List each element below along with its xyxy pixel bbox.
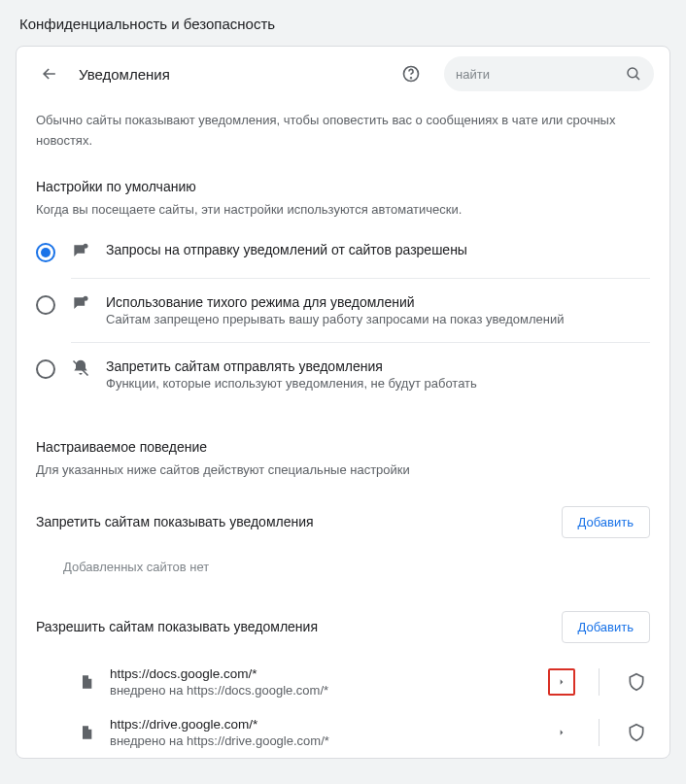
- search-icon: [625, 65, 642, 83]
- document-icon: [77, 672, 96, 692]
- help-icon: [401, 64, 421, 84]
- radio-label: Запретить сайтам отправлять уведомления: [106, 358, 650, 374]
- extension-icon[interactable]: [623, 719, 650, 746]
- bell-off-icon: [69, 358, 92, 378]
- divider: [71, 342, 650, 343]
- chevron-right-icon: [558, 727, 566, 738]
- allow-section-row: Разрешить сайтам показывать уведомления …: [36, 597, 650, 657]
- radio-allow-requests[interactable]: Запросы на отправку уведомлений от сайто…: [36, 232, 650, 272]
- radio-icon: [36, 295, 55, 315]
- radio-desc: Функции, которые используют уведомления,…: [106, 376, 650, 391]
- site-url: https://drive.google.com/*: [110, 717, 534, 732]
- site-row: https://drive.google.com/* внедрено на h…: [36, 707, 650, 758]
- site-detail-button[interactable]: [548, 719, 575, 746]
- card-header: Уведомления: [17, 47, 669, 101]
- chevron-right-icon: [558, 676, 566, 688]
- divider: [599, 719, 600, 746]
- block-label: Запретить сайтам показывать уведомления: [36, 514, 314, 529]
- site-row: https://docs.google.com/* внедрено на ht…: [36, 657, 650, 707]
- custom-heading: Настраиваемое поведение: [36, 439, 650, 462]
- notification-quiet-icon: [69, 294, 92, 314]
- extension-icon[interactable]: [623, 668, 650, 696]
- radio-label: Запросы на отправку уведомлений от сайто…: [106, 242, 650, 257]
- page-title: Конфиденциальность и безопасность: [0, 0, 686, 46]
- radio-icon: [36, 359, 55, 379]
- help-button[interactable]: [394, 56, 429, 91]
- defaults-heading: Настройки по умолчанию: [36, 179, 650, 202]
- radio-desc: Сайтам запрещено прерывать вашу работу з…: [106, 312, 650, 326]
- radio-block-all[interactable]: Запретить сайтам отправлять уведомления …: [36, 349, 650, 400]
- notification-on-icon: [69, 242, 92, 261]
- site-detail-button[interactable]: [548, 668, 575, 696]
- add-block-button[interactable]: Добавить: [562, 506, 650, 538]
- allow-label: Разрешить сайтам показывать уведомления: [36, 619, 318, 634]
- divider: [599, 668, 600, 696]
- site-sub: внедрено на https://docs.google.com/*: [110, 683, 534, 698]
- search-input[interactable]: [456, 67, 619, 82]
- card-title: Уведомления: [79, 66, 382, 83]
- site-sub: внедрено на https://drive.google.com/*: [110, 733, 534, 748]
- custom-sub: Для указанных ниже сайтов действуют спец…: [36, 462, 650, 493]
- radio-icon: [36, 243, 55, 262]
- site-url: https://docs.google.com/*: [110, 666, 534, 681]
- settings-card: Уведомления Обычно сайты показывают увед…: [16, 46, 670, 759]
- intro-text: Обычно сайты показывают уведомления, что…: [36, 107, 650, 179]
- svg-point-4: [84, 295, 88, 300]
- block-section-row: Запретить сайтам показывать уведомления …: [36, 493, 650, 552]
- back-button[interactable]: [32, 56, 67, 91]
- divider: [71, 278, 650, 279]
- block-empty: Добавленных сайтов нет: [36, 552, 650, 597]
- radio-quiet-mode[interactable]: Использование тихого режима для уведомле…: [36, 285, 650, 336]
- add-allow-button[interactable]: Добавить: [562, 611, 650, 643]
- svg-point-1: [411, 78, 412, 79]
- radio-label: Использование тихого режима для уведомле…: [106, 294, 650, 310]
- arrow-left-icon: [40, 64, 59, 84]
- search-box[interactable]: [444, 56, 654, 91]
- svg-point-2: [628, 68, 637, 78]
- svg-point-3: [84, 243, 88, 248]
- document-icon: [77, 723, 96, 742]
- defaults-sub: Когда вы посещаете сайты, эти настройки …: [36, 202, 650, 232]
